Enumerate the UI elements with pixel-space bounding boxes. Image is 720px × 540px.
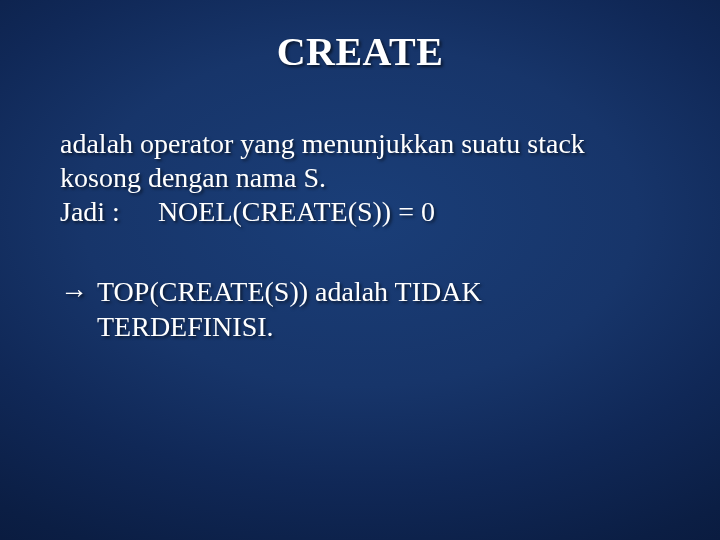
result-block: → TOP(CREATE(S)) adalah TIDAK TERDEFINIS…	[60, 275, 660, 343]
result-line-2: TERDEFINISI.	[97, 311, 274, 342]
result-line-1: TOP(CREATE(S)) adalah TIDAK	[97, 276, 482, 307]
body-jadi-row: Jadi :NOEL(CREATE(S)) = 0	[60, 195, 660, 229]
arrow-icon: →	[60, 275, 88, 309]
slide-body: adalah operator yang menunjukkan suatu s…	[60, 127, 660, 344]
jadi-label: Jadi :	[60, 195, 120, 229]
slide-title: CREATE	[60, 28, 660, 75]
body-line-1: adalah operator yang menunjukkan suatu s…	[60, 127, 660, 161]
slide: CREATE adalah operator yang menunjukkan …	[0, 0, 720, 540]
result-text: TOP(CREATE(S)) adalah TIDAK TERDEFINISI.	[97, 275, 482, 343]
jadi-expression: NOEL(CREATE(S)) = 0	[158, 196, 435, 227]
body-line-2: kosong dengan nama S.	[60, 161, 660, 195]
